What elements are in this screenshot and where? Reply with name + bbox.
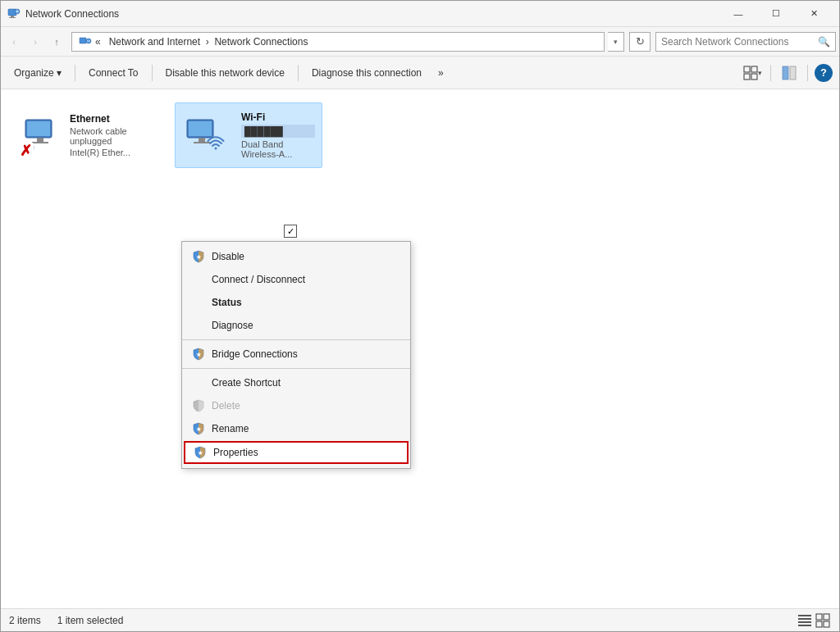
wifi-info: Wi-Fi ██████ Dual Band Wireless-A... bbox=[241, 111, 315, 159]
svg-rect-12 bbox=[790, 66, 796, 80]
address-bar: ‹ › ↑ « Network and Internet › Network C… bbox=[1, 27, 839, 57]
ctx-rename-label: Rename bbox=[212, 423, 249, 434]
wifi-bars bbox=[207, 134, 225, 154]
search-icon: 🔍 bbox=[818, 36, 830, 48]
svg-rect-8 bbox=[751, 66, 757, 72]
ethernet-name: Ethernet bbox=[70, 113, 155, 125]
search-input[interactable] bbox=[661, 36, 818, 48]
svg-rect-2 bbox=[9, 17, 16, 18]
wifi-name: Wi-Fi bbox=[241, 111, 315, 123]
svg-rect-33 bbox=[824, 614, 829, 620]
svg-rect-29 bbox=[798, 618, 811, 620]
ctx-delete-label: Delete bbox=[212, 400, 240, 411]
address-path-text: « Network and Internet › Network Connect… bbox=[95, 36, 308, 48]
status-bar: 2 items 1 item selected bbox=[1, 608, 839, 631]
svg-text:★: ★ bbox=[198, 450, 203, 456]
svg-rect-1 bbox=[11, 16, 14, 17]
organize-button[interactable]: Organize ▾ bbox=[7, 61, 68, 84]
shield-icon-properties: ★ bbox=[194, 446, 207, 459]
svg-point-23 bbox=[215, 148, 217, 150]
details-view-button[interactable] bbox=[797, 612, 813, 629]
ethernet-icon-wrap: ✗ bbox=[21, 115, 62, 156]
toolbar-separator-4 bbox=[770, 65, 771, 81]
svg-rect-11 bbox=[783, 66, 788, 80]
large-icons-view-button[interactable] bbox=[815, 612, 831, 629]
shield-icon-rename: ★ bbox=[192, 422, 205, 435]
svg-rect-28 bbox=[798, 615, 811, 616]
view-options-button[interactable]: ▾ bbox=[741, 61, 764, 84]
search-box: 🔍 bbox=[655, 32, 836, 52]
help-button[interactable]: ? bbox=[815, 64, 833, 82]
status-view-controls bbox=[797, 612, 831, 629]
connect-to-button[interactable]: Connect To bbox=[82, 61, 145, 84]
svg-rect-16 bbox=[32, 142, 48, 143]
svg-rect-34 bbox=[816, 621, 822, 627]
disable-button[interactable]: Disable this network device bbox=[159, 61, 291, 84]
svg-rect-5 bbox=[80, 38, 86, 43]
window-controls: — ☐ ✕ bbox=[719, 1, 833, 27]
more-button[interactable]: » bbox=[431, 61, 450, 84]
ctx-disable[interactable]: ★ Disable bbox=[182, 245, 410, 268]
wifi-adapter: Dual Band Wireless-A... bbox=[241, 139, 315, 159]
content-area: ✗ Ethernet Network cable unplugged Intel… bbox=[1, 89, 839, 608]
svg-rect-7 bbox=[744, 66, 750, 72]
minimize-button[interactable]: — bbox=[719, 1, 757, 27]
wifi-ssid: ██████ bbox=[241, 125, 315, 138]
toolbar-separator-3 bbox=[298, 65, 299, 81]
ctx-connect-disconnect[interactable]: Connect / Disconnect bbox=[182, 268, 410, 291]
ctx-bridge-label: Bridge Connections bbox=[212, 348, 298, 360]
ctx-connect-label: Connect / Disconnect bbox=[212, 274, 305, 285]
svg-rect-31 bbox=[798, 625, 811, 626]
ctx-diagnose-label: Diagnose bbox=[212, 320, 253, 331]
svg-rect-9 bbox=[744, 74, 750, 80]
wifi-icon-wrap bbox=[182, 115, 223, 156]
network-items-container: ✗ Ethernet Network cable unplugged Intel… bbox=[1, 89, 839, 181]
ctx-properties-label: Properties bbox=[213, 447, 258, 458]
back-button[interactable]: ‹ bbox=[4, 32, 24, 52]
up-button[interactable]: ↑ bbox=[47, 32, 66, 52]
ctx-rename[interactable]: ★ Rename bbox=[182, 417, 410, 440]
ctx-properties[interactable]: ★ Properties bbox=[184, 441, 409, 464]
ctx-status-label: Status bbox=[212, 297, 242, 308]
ctx-diagnose[interactable]: Diagnose bbox=[182, 314, 410, 337]
ctx-bridge[interactable]: ★ Bridge Connections bbox=[182, 343, 410, 366]
ethernet-status: Network cable unplugged bbox=[70, 126, 155, 146]
wifi-item[interactable]: ✓ bbox=[175, 102, 322, 168]
toolbar-right: ▾ ? bbox=[741, 61, 833, 84]
svg-rect-21 bbox=[199, 138, 205, 142]
item-count: 2 items bbox=[9, 615, 41, 626]
svg-rect-15 bbox=[37, 138, 43, 142]
forward-button[interactable]: › bbox=[25, 32, 45, 52]
wifi-checkbox[interactable]: ✓ bbox=[284, 225, 297, 238]
error-icon: ✗ bbox=[17, 143, 34, 159]
svg-rect-32 bbox=[816, 614, 822, 620]
svg-rect-10 bbox=[751, 74, 757, 80]
diagnose-button[interactable]: Diagnose this connection bbox=[305, 61, 428, 84]
ctx-separator-1 bbox=[182, 339, 410, 340]
selected-count: 1 item selected bbox=[57, 615, 124, 626]
toolbar: Organize ▾ Connect To Disable this netwo… bbox=[1, 57, 839, 89]
close-button[interactable]: ✕ bbox=[795, 1, 833, 27]
ctx-disable-label: Disable bbox=[212, 251, 244, 262]
toolbar-separator-2 bbox=[152, 65, 153, 81]
maximize-button[interactable]: ☐ bbox=[757, 1, 795, 27]
ctx-delete[interactable]: Delete bbox=[182, 394, 410, 417]
window-title: Network Connections bbox=[25, 8, 719, 20]
ctx-status[interactable]: Status bbox=[182, 291, 410, 314]
refresh-button[interactable]: ↻ bbox=[629, 32, 651, 52]
pane-button[interactable] bbox=[778, 61, 801, 84]
window: Network Connections — ☐ ✕ ‹ › ↑ « Networ… bbox=[0, 0, 840, 632]
address-path[interactable]: « Network and Internet › Network Connect… bbox=[71, 32, 605, 52]
ctx-create-shortcut[interactable]: Create Shortcut bbox=[182, 371, 410, 394]
ctx-separator-2 bbox=[182, 368, 410, 369]
shield-icon-bridge: ★ bbox=[192, 348, 205, 361]
address-dropdown[interactable]: ▾ bbox=[608, 32, 624, 52]
title-bar: Network Connections — ☐ ✕ bbox=[1, 1, 839, 27]
svg-rect-35 bbox=[824, 621, 829, 627]
ctx-shortcut-label: Create Shortcut bbox=[212, 377, 281, 389]
toolbar-separator-1 bbox=[75, 65, 75, 81]
ethernet-item[interactable]: ✗ Ethernet Network cable unplugged Intel… bbox=[14, 102, 162, 168]
ethernet-info: Ethernet Network cable unplugged Intel(R… bbox=[70, 113, 155, 157]
svg-text:★: ★ bbox=[196, 254, 202, 260]
svg-text:★: ★ bbox=[196, 426, 202, 432]
